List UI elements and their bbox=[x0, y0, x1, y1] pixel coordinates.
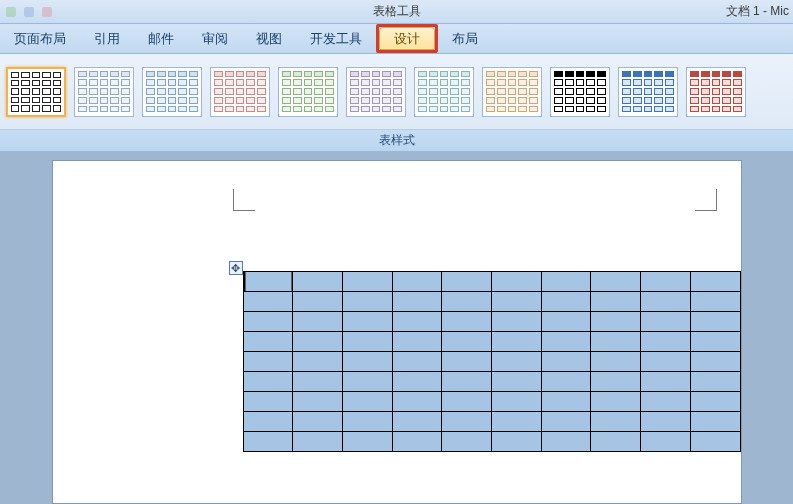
tab-mailings[interactable]: 邮件 bbox=[134, 24, 188, 53]
table-cell[interactable] bbox=[293, 312, 343, 332]
table-cell[interactable] bbox=[243, 392, 293, 412]
table-cell[interactable] bbox=[342, 372, 392, 392]
table-cell[interactable] bbox=[442, 332, 492, 352]
table-cell[interactable] bbox=[690, 372, 740, 392]
table-cell[interactable] bbox=[392, 312, 442, 332]
style-thumb-light-red[interactable] bbox=[210, 67, 270, 117]
table-cell[interactable] bbox=[243, 412, 293, 432]
table-cell[interactable] bbox=[293, 272, 343, 292]
table-cell[interactable] bbox=[442, 292, 492, 312]
table-cell[interactable] bbox=[641, 392, 691, 412]
style-thumb-plain-grid[interactable] bbox=[6, 67, 66, 117]
table-cell[interactable] bbox=[392, 412, 442, 432]
table-cell[interactable] bbox=[690, 432, 740, 452]
table-cell[interactable] bbox=[243, 332, 293, 352]
style-thumb-light-teal[interactable] bbox=[414, 67, 474, 117]
table-cell[interactable] bbox=[591, 432, 641, 452]
table-cell[interactable] bbox=[442, 392, 492, 412]
table-cell[interactable] bbox=[392, 272, 442, 292]
table-cell[interactable] bbox=[243, 372, 293, 392]
table-cell[interactable] bbox=[641, 412, 691, 432]
table-cell[interactable] bbox=[392, 372, 442, 392]
table-cell[interactable] bbox=[541, 332, 591, 352]
table-cell[interactable] bbox=[591, 332, 641, 352]
table-cell[interactable] bbox=[591, 312, 641, 332]
table-cell[interactable] bbox=[392, 432, 442, 452]
table-cell[interactable] bbox=[392, 352, 442, 372]
table-move-handle[interactable]: ✥ bbox=[229, 261, 243, 275]
table-cell[interactable] bbox=[541, 372, 591, 392]
style-thumb-light-purple[interactable] bbox=[346, 67, 406, 117]
table-cell[interactable] bbox=[690, 312, 740, 332]
table-cell[interactable] bbox=[641, 272, 691, 292]
table-cell[interactable] bbox=[641, 292, 691, 312]
style-thumb-light-green[interactable] bbox=[278, 67, 338, 117]
table-cell[interactable] bbox=[591, 372, 641, 392]
table-cell[interactable] bbox=[293, 392, 343, 412]
table-cell[interactable] bbox=[491, 292, 541, 312]
table-cell[interactable] bbox=[541, 272, 591, 292]
selected-table[interactable] bbox=[243, 271, 741, 452]
table-cell[interactable] bbox=[641, 332, 691, 352]
table-cell[interactable] bbox=[442, 352, 492, 372]
table-cell[interactable] bbox=[442, 432, 492, 452]
table-cell[interactable] bbox=[392, 332, 442, 352]
table-cell[interactable] bbox=[392, 292, 442, 312]
table-cell[interactable] bbox=[641, 432, 691, 452]
table-cell[interactable] bbox=[243, 312, 293, 332]
table-cell[interactable] bbox=[293, 332, 343, 352]
table-cell[interactable] bbox=[293, 292, 343, 312]
table-cell[interactable] bbox=[591, 352, 641, 372]
table-cell[interactable] bbox=[491, 332, 541, 352]
table-cell[interactable] bbox=[243, 292, 293, 312]
table-cell[interactable] bbox=[591, 272, 641, 292]
table-cell[interactable] bbox=[293, 412, 343, 432]
table-cell[interactable] bbox=[342, 292, 392, 312]
table-cell[interactable] bbox=[541, 312, 591, 332]
table-cell[interactable] bbox=[591, 392, 641, 412]
style-thumb-light-blue-1[interactable] bbox=[74, 67, 134, 117]
table-cell[interactable] bbox=[690, 292, 740, 312]
table-cell[interactable] bbox=[342, 412, 392, 432]
table-cell[interactable] bbox=[293, 432, 343, 452]
tab-page-layout[interactable]: 页面布局 bbox=[0, 24, 80, 53]
table-cell[interactable] bbox=[690, 412, 740, 432]
tab-view[interactable]: 视图 bbox=[242, 24, 296, 53]
table-cell[interactable] bbox=[293, 352, 343, 372]
table-cell[interactable] bbox=[491, 412, 541, 432]
table-cell[interactable] bbox=[342, 432, 392, 452]
table-cell[interactable] bbox=[342, 352, 392, 372]
table-cell[interactable] bbox=[690, 272, 740, 292]
table-cell[interactable] bbox=[591, 412, 641, 432]
table-cell[interactable] bbox=[442, 372, 492, 392]
table-cell[interactable] bbox=[342, 272, 392, 292]
table-cell[interactable] bbox=[491, 312, 541, 332]
style-thumb-light-orange[interactable] bbox=[482, 67, 542, 117]
table-cell[interactable] bbox=[641, 372, 691, 392]
table-cell[interactable] bbox=[342, 332, 392, 352]
table-cell[interactable] bbox=[541, 352, 591, 372]
table-cell[interactable] bbox=[491, 272, 541, 292]
table-cell[interactable] bbox=[641, 312, 691, 332]
tab-developer[interactable]: 开发工具 bbox=[296, 24, 376, 53]
table-cell[interactable] bbox=[342, 312, 392, 332]
tab-references[interactable]: 引用 bbox=[80, 24, 134, 53]
tab-review[interactable]: 审阅 bbox=[188, 24, 242, 53]
table-cell[interactable] bbox=[690, 392, 740, 412]
table-cell[interactable] bbox=[491, 352, 541, 372]
table-cell[interactable] bbox=[392, 392, 442, 412]
table-cell[interactable] bbox=[541, 292, 591, 312]
table-cell[interactable] bbox=[293, 372, 343, 392]
table-cell[interactable] bbox=[442, 272, 492, 292]
table-cell[interactable] bbox=[491, 432, 541, 452]
table-cell[interactable] bbox=[690, 332, 740, 352]
table-cell[interactable] bbox=[690, 352, 740, 372]
table-cell[interactable] bbox=[541, 412, 591, 432]
table-cell[interactable] bbox=[243, 432, 293, 452]
table-cell[interactable] bbox=[243, 272, 293, 292]
table-cell[interactable] bbox=[541, 392, 591, 412]
table-cell[interactable] bbox=[541, 432, 591, 452]
table-cell[interactable] bbox=[243, 352, 293, 372]
table-cell[interactable] bbox=[442, 412, 492, 432]
table-cell[interactable] bbox=[491, 372, 541, 392]
